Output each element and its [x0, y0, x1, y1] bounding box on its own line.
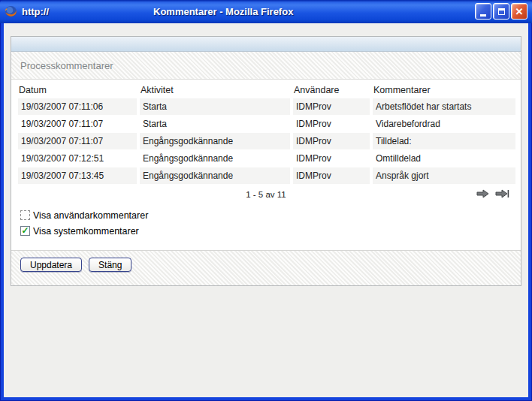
pagination-bar: 1 - 5 av 11: [15, 185, 517, 204]
checkbox-user-comments[interactable]: [20, 210, 30, 220]
minimize-icon: [480, 14, 486, 17]
title-bar[interactable]: http:// Kommentarer - Mozilla Firefox ✕: [0, 0, 532, 23]
table-cell: 19/03/2007 07:11:06: [18, 98, 137, 115]
checkbox-group: Visa användarkommentarer ✓ Visa systemko…: [20, 207, 517, 239]
column-header-kommentarer: Kommentarer: [373, 82, 515, 98]
table-cell: Omtilldelad: [373, 150, 515, 167]
pagination-label: 1 - 5 av 11: [246, 190, 286, 199]
section-title: Processkommentarer: [11, 52, 521, 80]
comments-table: Datum Aktivitet Användare Kommentarer 19…: [15, 81, 518, 185]
table-cell: Engångsgodkännande: [140, 167, 290, 184]
table-header-row: Datum Aktivitet Användare Kommentarer: [18, 82, 515, 98]
checkbox-system-comments[interactable]: ✓: [20, 226, 30, 236]
page-background: Processkommentarer Datum Aktivitet Använ…: [4, 23, 528, 397]
table-cell: Arbetsflödet har startats: [373, 98, 515, 115]
column-header-anvandare: Användare: [293, 82, 370, 98]
panel-footer: Uppdatera Stäng: [11, 250, 521, 285]
checkbox-row-user-comments: Visa användarkommentarer: [20, 207, 517, 223]
table-cell: 19/03/2007 07:11:07: [18, 133, 137, 149]
column-header-datum: Datum: [18, 82, 137, 98]
table-row: 19/03/2007 07:13:45EngångsgodkännandeIDM…: [18, 167, 515, 184]
table-cell: Anspråk gjort: [373, 167, 515, 184]
panel-header-bar: [11, 37, 521, 52]
checkbox-row-system-comments: ✓ Visa systemkommentarer: [20, 223, 517, 239]
window-title: Kommentarer - Mozilla Firefox: [153, 0, 293, 23]
checkbox-system-comments-label: Visa systemkommentarer: [33, 226, 139, 237]
maximize-button[interactable]: [493, 3, 509, 20]
table-cell: IDMProv: [293, 116, 370, 132]
table-cell: IDMProv: [293, 167, 370, 184]
checkbox-user-comments-label: Visa användarkommentarer: [33, 210, 148, 221]
close-button[interactable]: Stäng: [89, 258, 131, 272]
table-row: 19/03/2007 07:11:06StartaIDMProvArbetsfl…: [18, 98, 515, 115]
table-cell: Starta: [140, 98, 290, 115]
table-row: 19/03/2007 07:11:07EngångsgodkännandeIDM…: [18, 133, 515, 149]
close-icon: ✕: [515, 6, 524, 17]
next-page-icon[interactable]: [476, 189, 489, 198]
table-cell: Vidarebefordrad: [373, 116, 515, 132]
table-cell: 19/03/2007 07:12:51: [18, 150, 137, 167]
url-text: http://: [22, 6, 49, 17]
browser-window: http:// Kommentarer - Mozilla Firefox ✕ …: [0, 0, 532, 401]
table-cell: Engångsgodkännande: [140, 133, 290, 149]
update-button[interactable]: Uppdatera: [20, 258, 82, 272]
comments-panel: Processkommentarer Datum Aktivitet Använ…: [11, 36, 521, 286]
close-window-button[interactable]: ✕: [511, 3, 527, 20]
panel-content: Datum Aktivitet Användare Kommentarer 19…: [11, 80, 521, 250]
table-row: 19/03/2007 07:11:07StartaIDMProvVidarebe…: [18, 116, 515, 132]
table-row: 19/03/2007 07:12:51EngångsgodkännandeIDM…: [18, 150, 515, 167]
table-cell: IDMProv: [293, 150, 370, 167]
table-cell: IDMProv: [293, 133, 370, 149]
last-page-icon[interactable]: [495, 189, 509, 198]
table-cell: Starta: [140, 116, 290, 132]
minimize-button[interactable]: [475, 3, 491, 20]
table-cell: 19/03/2007 07:11:07: [18, 116, 137, 132]
table-cell: IDMProv: [293, 98, 370, 115]
maximize-icon: [498, 8, 505, 15]
table-cell: Engångsgodkännande: [140, 150, 290, 167]
firefox-icon: [5, 5, 17, 18]
table-cell: Tilldelad:: [373, 133, 515, 149]
column-header-aktivitet: Aktivitet: [140, 82, 290, 98]
table-cell: 19/03/2007 07:13:45: [18, 167, 137, 184]
